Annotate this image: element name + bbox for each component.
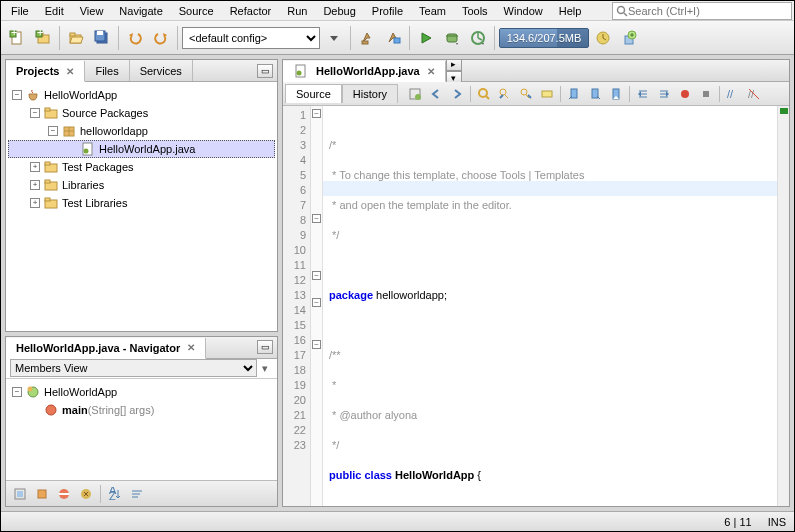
new-project-button[interactable]: +: [31, 26, 55, 50]
line-gutter[interactable]: 1234567891011121314151617181920212223: [283, 106, 311, 506]
shift-left-button[interactable]: [633, 84, 653, 104]
minimize-panel-button[interactable]: ▭: [257, 340, 273, 354]
debug-button[interactable]: [440, 26, 464, 50]
navigator-tree[interactable]: −HelloWorldApp ·main(String[] args): [6, 379, 277, 480]
toggle-highlight-button[interactable]: [537, 84, 557, 104]
navigator-method-node[interactable]: ·main(String[] args): [8, 401, 275, 419]
uncomment-button[interactable]: //: [744, 84, 764, 104]
next-bookmark-button[interactable]: [585, 84, 605, 104]
new-file-button[interactable]: +: [5, 26, 29, 50]
svg-rect-62: [542, 91, 552, 97]
filter-inherited-button[interactable]: [10, 484, 30, 504]
filter-nonpublic-button[interactable]: [76, 484, 96, 504]
quick-search[interactable]: [612, 2, 792, 20]
svg-point-41: [28, 386, 33, 391]
source-view-tab[interactable]: Source: [285, 84, 342, 103]
tree-source-packages[interactable]: −Source Packages: [8, 104, 275, 122]
minimize-panel-button[interactable]: ▭: [257, 64, 273, 78]
navigator-class-node[interactable]: −HelloWorldApp: [8, 383, 275, 401]
navigator-tab[interactable]: HelloWorldApp.java - Navigator✕: [6, 338, 206, 359]
menu-file[interactable]: File: [3, 3, 37, 19]
svg-point-33: [84, 149, 89, 154]
fold-toggle[interactable]: −: [312, 109, 321, 118]
filter-fields-button[interactable]: [32, 484, 52, 504]
undo-button[interactable]: [123, 26, 147, 50]
close-icon[interactable]: ✕: [66, 66, 74, 77]
editor-tab[interactable]: HelloWorldApp.java✕: [283, 61, 446, 82]
macro-stop-button[interactable]: [696, 84, 716, 104]
editor-toolbar: Source History: [283, 82, 789, 106]
sort-alpha-button[interactable]: AZ: [105, 484, 125, 504]
editor-body[interactable]: 1234567891011121314151617181920212223 − …: [283, 106, 789, 506]
tree-project-node[interactable]: −HelloWorldApp: [8, 86, 275, 104]
filter-static-button[interactable]: [54, 484, 74, 504]
fold-toggle[interactable]: −: [312, 340, 321, 349]
svg-rect-28: [45, 108, 50, 111]
menu-window[interactable]: Window: [496, 3, 551, 19]
shift-right-button[interactable]: [654, 84, 674, 104]
tree-java-file[interactable]: ·HelloWorldApp.java: [8, 140, 275, 158]
run-button[interactable]: [414, 26, 438, 50]
services-tab[interactable]: Services: [130, 60, 193, 81]
find-next-button[interactable]: [516, 84, 536, 104]
save-all-button[interactable]: [90, 26, 114, 50]
method-icon: [43, 402, 59, 418]
clean-build-button[interactable]: [381, 26, 405, 50]
open-project-button[interactable]: [64, 26, 88, 50]
menu-source[interactable]: Source: [171, 3, 222, 19]
svg-point-57: [415, 94, 421, 100]
gc-button[interactable]: [591, 26, 615, 50]
menu-help[interactable]: Help: [551, 3, 590, 19]
find-selection-button[interactable]: [474, 84, 494, 104]
last-edit-button[interactable]: [405, 84, 425, 104]
menu-run[interactable]: Run: [279, 3, 315, 19]
package-icon: [61, 123, 77, 139]
build-button[interactable]: [355, 26, 379, 50]
close-icon[interactable]: ✕: [187, 342, 195, 353]
macro-record-button[interactable]: [675, 84, 695, 104]
fold-toggle[interactable]: −: [312, 298, 321, 307]
menu-navigate[interactable]: Navigate: [111, 3, 170, 19]
forward-button[interactable]: [447, 84, 467, 104]
tree-libraries[interactable]: +Libraries: [8, 176, 275, 194]
menu-team[interactable]: Team: [411, 3, 454, 19]
config-dropdown-button[interactable]: [322, 26, 346, 50]
back-button[interactable]: [426, 84, 446, 104]
toggle-bookmark-button[interactable]: [606, 84, 626, 104]
quick-search-input[interactable]: [628, 5, 788, 17]
profile-button[interactable]: [466, 26, 490, 50]
fold-toggle[interactable]: −: [312, 214, 321, 223]
find-prev-button[interactable]: [495, 84, 515, 104]
menu-refactor[interactable]: Refactor: [222, 3, 280, 19]
prev-bookmark-button[interactable]: [564, 84, 584, 104]
menu-tools[interactable]: Tools: [454, 3, 496, 19]
redo-button[interactable]: [149, 26, 173, 50]
history-view-tab[interactable]: History: [342, 84, 398, 103]
update-button[interactable]: [617, 26, 641, 50]
navigator-menu-button[interactable]: ▾: [257, 362, 273, 375]
menu-debug[interactable]: Debug: [315, 3, 363, 19]
tree-package-node[interactable]: −helloworldapp: [8, 122, 275, 140]
fold-toggle[interactable]: −: [312, 271, 321, 280]
fold-gutter[interactable]: − − − − −: [311, 106, 323, 506]
comment-button[interactable]: //: [723, 84, 743, 104]
memory-indicator[interactable]: 134.6/207.5MB: [499, 28, 589, 48]
menu-profile[interactable]: Profile: [364, 3, 411, 19]
close-icon[interactable]: ✕: [427, 66, 435, 77]
svg-rect-45: [38, 490, 46, 498]
navigator-view-select[interactable]: Members View: [10, 359, 257, 377]
menu-edit[interactable]: Edit: [37, 3, 72, 19]
projects-tree[interactable]: −HelloWorldApp −Source Packages −hellowo…: [6, 82, 277, 331]
svg-point-72: [681, 90, 689, 98]
scroll-tabs-right-button[interactable]: ▸: [446, 59, 462, 71]
menu-view[interactable]: View: [72, 3, 112, 19]
files-tab[interactable]: Files: [85, 60, 129, 81]
tree-test-libraries[interactable]: +Test Libraries: [8, 194, 275, 212]
run-config-select[interactable]: <default config>: [182, 27, 320, 49]
error-stripe[interactable]: [777, 106, 789, 506]
search-icon: [616, 5, 628, 17]
projects-tab[interactable]: Projects✕: [6, 61, 85, 82]
tree-test-packages[interactable]: +Test Packages: [8, 158, 275, 176]
sort-source-button[interactable]: [127, 484, 147, 504]
code-area[interactable]: /* * To change this template, choose Too…: [323, 106, 777, 506]
